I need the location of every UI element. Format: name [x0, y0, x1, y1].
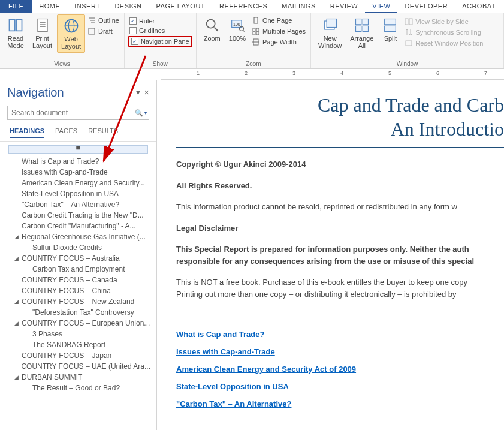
zoom-100-icon: 100	[229, 17, 246, 34]
show-group-label: Show	[128, 59, 192, 68]
main-area: Navigation ▼ ✕ 🔍 ▾ HEADINGS PAGES RESULT…	[0, 80, 504, 430]
nav-heading-item[interactable]: ◢COUNTRY FOCUS – Australia	[4, 253, 153, 264]
chevron-down-icon: ▾	[144, 110, 147, 116]
print-layout-button[interactable]: Print Layout	[29, 14, 56, 52]
copyright-text: Copyright © Ugur Akinci 2009-2014	[176, 158, 504, 170]
new-window-button[interactable]: New Window	[315, 14, 345, 52]
search-container: 🔍 ▾	[7, 106, 149, 120]
nav-heading-label: American Clean Energy and Security...	[22, 179, 145, 187]
toc-link[interactable]: What is Cap and Trade?	[176, 330, 504, 339]
ruler-checkbox[interactable]: ✓ Ruler	[128, 17, 192, 25]
web-layout-button[interactable]: Web Layout	[57, 14, 85, 53]
svg-text:100: 100	[233, 22, 240, 26]
nav-heading-label: COUNTRY FOCUS – Australia	[22, 254, 120, 263]
nav-heading-item[interactable]: COUNTRY FOCUS – China	[4, 285, 153, 296]
nav-heading-item[interactable]: COUNTRY FOCUS – UAE (United Ara...	[4, 361, 153, 372]
zoom-group-label: Zoom	[200, 59, 307, 68]
navigation-pane-checkbox[interactable]: ✓ Navigation Pane	[128, 36, 192, 47]
navpane-options-icon[interactable]: ▼	[135, 89, 141, 97]
nav-heading-item[interactable]: What is Cap and Trade?	[4, 156, 153, 167]
tab-developer[interactable]: DEVELOPER	[397, 0, 455, 13]
nav-heading-item[interactable]: American Clean Energy and Security...	[4, 178, 153, 188]
tab-pages[interactable]: PAGES	[55, 125, 77, 137]
tab-results[interactable]: RESULTS	[88, 125, 118, 137]
tab-review[interactable]: REVIEW	[323, 0, 365, 13]
outline-button[interactable]: Outline	[86, 16, 120, 25]
page-width-button[interactable]: Page Width	[251, 37, 307, 47]
tab-acrobat[interactable]: ACROBAT	[455, 0, 503, 13]
nav-heading-item[interactable]: ◢DURBAN SUMMIT	[4, 372, 153, 383]
side-by-side-icon	[405, 17, 413, 26]
nav-heading-label: Carbon Credit Trading is the New "D...	[22, 211, 144, 219]
one-page-button[interactable]: One Page	[251, 16, 307, 25]
arrange-all-button[interactable]: Arrange All	[346, 14, 377, 52]
nav-heading-item[interactable]: "Carbon Tax" – An Alternative?	[4, 199, 153, 210]
arrange-all-icon	[354, 17, 370, 34]
svg-rect-28	[355, 19, 361, 25]
toc-link[interactable]: State-Level Opposition in USA	[176, 382, 504, 391]
toc-link[interactable]: Issues with Cap-and-Trade	[176, 347, 504, 356]
nav-heading-label: "Carbon Tax" – An Alternative?	[22, 200, 119, 209]
nav-heading-item[interactable]: 3 Phases	[4, 329, 153, 339]
nav-heading-item[interactable]: Issues with Cap-and-Trade	[4, 167, 153, 178]
nav-heading-item[interactable]: Carbon Credit "Manufacturing" - A...	[4, 221, 153, 231]
svg-rect-35	[409, 19, 412, 25]
nav-heading-item[interactable]: ◢COUNTRY FOCUS – New Zealand	[4, 296, 153, 307]
nav-heading-label: "Deforestation Tax" Controversy	[32, 308, 134, 317]
svg-rect-34	[405, 19, 408, 25]
gridlines-checkbox[interactable]: Gridlines	[128, 26, 192, 35]
checkbox-checked-icon: ✓	[131, 38, 138, 45]
document-area[interactable]: Cap and Trade and Carb An Introductio Co…	[157, 80, 504, 430]
nav-heading-item[interactable]: ◢COUNTRY FOCUS – European Union...	[4, 318, 153, 329]
caret-icon: ◢	[14, 255, 20, 261]
svg-rect-32	[385, 19, 396, 25]
search-icon: 🔍	[135, 109, 143, 117]
svg-point-13	[206, 20, 215, 28]
svg-rect-22	[253, 32, 255, 35]
draft-button[interactable]: Draft	[86, 26, 120, 36]
draft-icon	[87, 27, 96, 35]
nav-heading-item[interactable]: The Result – Good or Bad?	[4, 383, 153, 393]
nav-heading-item[interactable]: ◢Regional Greenhouse Gas Initiative (...	[4, 231, 153, 242]
nav-heading-label: What is Cap and Trade?	[22, 157, 99, 166]
svg-rect-33	[385, 26, 396, 31]
file-tab[interactable]: FILE	[0, 0, 32, 13]
nav-heading-item[interactable]: COUNTRY FOCUS – Canada	[4, 275, 153, 285]
nav-heading-item[interactable]: COUNTRY FOCUS – Japan	[4, 350, 153, 361]
svg-rect-12	[89, 28, 95, 34]
toc-link[interactable]: American Clean Energy and Security Act o…	[176, 365, 504, 374]
tab-references[interactable]: REFERENCES	[212, 0, 274, 13]
nav-heading-item[interactable]: State-Level Opposition in USA	[4, 188, 153, 199]
para-disclaimer: This Special Report is prepared for info…	[176, 243, 504, 267]
split-button[interactable]: Split	[378, 14, 402, 44]
nav-heading-item[interactable]: Carbon Credit Trading is the New "D...	[4, 210, 153, 221]
zoom-button[interactable]: Zoom	[200, 14, 224, 44]
horizontal-ruler[interactable]: 1 2 3 4 5 6 7	[161, 69, 504, 80]
tab-view[interactable]: VIEW	[365, 0, 397, 13]
nav-jump-top[interactable]: ▀	[8, 145, 148, 154]
tab-home[interactable]: HOME	[32, 0, 67, 13]
zoom-100-button[interactable]: 100 100%	[225, 14, 249, 44]
search-button[interactable]: 🔍 ▾	[132, 106, 149, 119]
nav-heading-item[interactable]: The SANDBAG Report	[4, 339, 153, 350]
tab-page-layout[interactable]: PAGE LAYOUT	[149, 0, 213, 13]
nav-heading-item[interactable]: Carbon Tax and Employment	[4, 264, 153, 275]
tab-insert[interactable]: INSERT	[67, 0, 107, 13]
caret-icon: ◢	[14, 234, 20, 240]
read-mode-button[interactable]: Read Mode	[4, 14, 28, 52]
nav-heading-item[interactable]: Sulfur Dioxide Credits	[4, 242, 153, 253]
search-input[interactable]	[8, 106, 132, 119]
para-info: This information product cannot be resol…	[176, 201, 504, 213]
caret-icon: ◢	[14, 320, 20, 326]
tab-headings[interactable]: HEADINGS	[10, 125, 44, 138]
nav-heading-item[interactable]: "Deforestation Tax" Controversy	[4, 307, 153, 318]
multiple-pages-button[interactable]: Multiple Pages	[251, 26, 307, 36]
tab-design[interactable]: DESIGN	[107, 0, 149, 13]
reset-window-icon	[405, 39, 413, 47]
tab-mailings[interactable]: MAILINGS	[274, 0, 323, 13]
nav-heading-label: State-Level Opposition in USA	[22, 190, 119, 198]
navpane-close-icon[interactable]: ✕	[144, 89, 149, 97]
page-width-icon	[252, 38, 260, 46]
nav-heading-label: Carbon Credit "Manufacturing" - A...	[22, 222, 136, 230]
toc-link[interactable]: "Carbon Tax" – An Alternative?	[176, 399, 504, 408]
